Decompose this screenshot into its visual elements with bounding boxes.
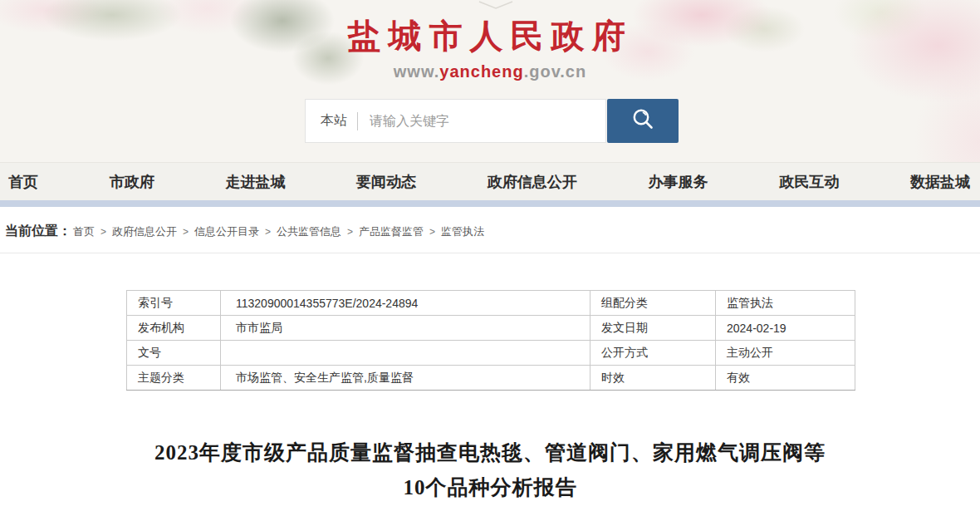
meta-label-subject-category: 主题分类 [127,366,221,391]
document-title-line1: 2023年度市级产品质量监督抽查电热毯、管道阀门、家用燃气调压阀等 [0,435,980,470]
breadcrumb-separator: > [100,226,106,238]
table-row: 索引号 11320900014355773E/2024-24894 组配分类 监… [127,291,855,316]
breadcrumb-item-regulatory-enforcement[interactable]: 监管执法 [441,224,484,239]
search-bar: 本站 [305,99,679,143]
breadcrumb-separator: > [429,226,435,238]
meta-value-subject-category: 市场监管、安全生产监管,质量监督 [221,366,590,391]
main-nav: 首页 市政府 走进盐城 要闻动态 政府信息公开 办事服务 政民互动 数据盐城 [0,162,980,200]
meta-value-index-number: 11320900014355773E/2024-24894 [221,291,590,316]
search-button[interactable] [607,99,679,143]
nav-item-city-government[interactable]: 市政府 [110,172,154,192]
document-title-line2: 10个品种分析报告 [0,470,980,505]
meta-label-index-number: 索引号 [127,291,221,316]
search-input[interactable] [370,100,605,142]
breadcrumb-item-info-catalog[interactable]: 信息公开目录 [194,224,259,239]
meta-label-validity: 时效 [590,366,716,391]
meta-value-disclosure-method: 主动公开 [716,341,855,366]
breadcrumb-item-home[interactable]: 首页 [73,224,95,239]
breadcrumb-item-gov-info[interactable]: 政府信息公开 [112,224,177,239]
search-divider [357,112,358,130]
breadcrumb-label: 当前位置： [5,223,71,240]
nav-item-home[interactable]: 首页 [8,172,38,192]
breadcrumb-item-public-supervision[interactable]: 公共监管信息 [277,224,341,239]
meta-label-issuing-agency: 发布机构 [127,316,221,341]
meta-label-document-number: 文号 [127,341,221,366]
breadcrumb-separator: > [347,226,353,238]
meta-value-validity: 有效 [716,366,855,391]
nav-item-gov-info-disclosure[interactable]: 政府信息公开 [488,172,577,192]
meta-label-issue-date: 发文日期 [590,316,716,341]
url-suffix: .gov.cn [524,62,587,81]
nav-item-about-yancheng[interactable]: 走进盐城 [225,172,285,192]
table-row: 文号 公开方式 主动公开 [127,341,855,366]
meta-value-document-number [221,341,590,366]
site-url: www.yancheng.gov.cn [0,62,980,81]
nav-accent-bar [0,200,980,207]
site-header: 盐城市人民政府 www.yancheng.gov.cn 本站 [0,0,980,162]
url-highlight: yancheng [439,62,523,81]
meta-value-issuing-agency: 市市监局 [221,316,590,341]
nav-item-news[interactable]: 要闻动态 [356,172,416,192]
meta-value-issue-date: 2024-02-19 [716,316,855,341]
magnifier-icon [629,106,657,136]
url-prefix: www. [394,62,439,81]
search-box: 本站 [305,99,606,143]
meta-label-category: 组配分类 [590,291,716,316]
table-row: 发布机构 市市监局 发文日期 2024-02-19 [127,316,855,341]
nav-item-services[interactable]: 办事服务 [649,172,708,192]
breadcrumb-separator: > [183,226,189,238]
breadcrumb: 当前位置： 首页 > 政府信息公开 > 信息公开目录 > 公共监管信息 > 产品… [0,207,980,253]
breadcrumb-item-product-supervision[interactable]: 产品监督监管 [359,224,424,239]
chevron-down-icon [478,0,513,13]
breadcrumb-separator: > [265,226,271,238]
nav-item-data-yancheng[interactable]: 数据盐城 [910,172,970,192]
document-meta-table: 索引号 11320900014355773E/2024-24894 组配分类 监… [126,290,855,391]
table-row: 主题分类 市场监管、安全生产监管,质量监督 时效 有效 [127,366,855,391]
meta-label-disclosure-method: 公开方式 [590,341,716,366]
search-scope-selector[interactable]: 本站 [321,112,347,130]
document-title: 2023年度市级产品质量监督抽查电热毯、管道阀门、家用燃气调压阀等 10个品种分… [0,435,980,505]
nav-item-public-interaction[interactable]: 政民互动 [779,172,839,192]
meta-value-category: 监管执法 [716,291,855,316]
